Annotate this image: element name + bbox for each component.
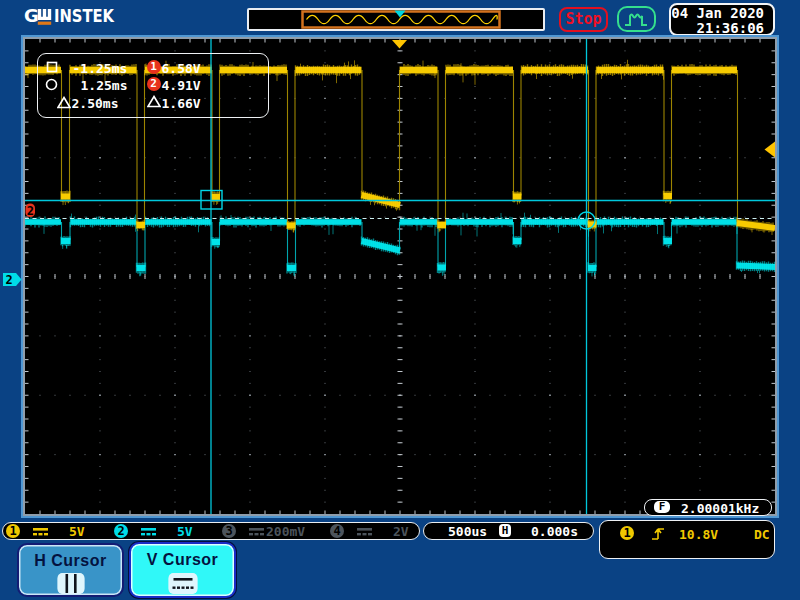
ch1-badge: 1 [147, 60, 161, 74]
v-cursor-button[interactable]: V Cursor [129, 542, 236, 598]
cursor1-square-icon [46, 61, 58, 73]
channel-status-bar: 15V25V3200mV42V [2, 522, 420, 540]
timebase-status: 500us H 0.000s [423, 522, 594, 540]
ch3-badge[interactable]: 3 [222, 524, 236, 538]
trigger-mode-button[interactable] [617, 6, 656, 32]
ch2-badge[interactable]: 2 [114, 524, 128, 538]
ch2-position-marker[interactable]: 2 [3, 272, 23, 287]
logo-instek: INSTEK [54, 7, 115, 26]
ch1-badge[interactable]: 1 [6, 524, 20, 538]
acquisition-memory-bar [247, 8, 545, 31]
horizontal-lines-icon [168, 573, 197, 594]
ch4-coupling-icon [356, 526, 373, 538]
cursor1-value: 6.58V [162, 61, 201, 75]
date-text: 04 Jan 2020 [671, 6, 764, 21]
delta-triangle-icon-2 [147, 95, 161, 108]
trigger-source-badge: 1 [620, 526, 634, 540]
delta-time: 2.50ms [72, 96, 119, 110]
ch3-scale: 200mV [266, 524, 305, 539]
pulse-waveform-icon [619, 8, 654, 30]
ch2-scale: 5V [177, 524, 193, 539]
h-cursor-label: H Cursor [19, 552, 122, 570]
logo-w-glyph [38, 9, 51, 25]
graticule-frame: 2 -1.25ms 1.25ms 2.50ms 1 2 6.58V 4.91V … [21, 35, 779, 518]
delta-triangle-icon [57, 96, 71, 109]
timebase-scale: 500us [448, 524, 487, 539]
delta-value: 1.66V [162, 96, 201, 110]
trigger-coupling: DC [754, 527, 770, 542]
datetime-display: 04 Jan 2020 21:36:06 [669, 3, 775, 36]
ch2-coupling-icon [140, 526, 157, 538]
vertical-bars-icon [57, 573, 84, 594]
ch2-badge: 2 [147, 77, 161, 91]
trigger-level: 10.8V [679, 527, 718, 542]
frequency-icon: F [654, 501, 670, 513]
ch2-edges [62, 222, 738, 267]
rising-edge-icon [650, 525, 668, 542]
graticule: 2 -1.25ms 1.25ms 2.50ms 1 2 6.58V 4.91V … [23, 37, 777, 516]
ch4-badge[interactable]: 4 [330, 524, 344, 538]
logo-accent-bar [38, 22, 51, 25]
cursor2-value: 4.91V [162, 78, 201, 92]
cursor-readout-box: -1.25ms 1.25ms 2.50ms 1 2 6.58V 4.91V 1.… [37, 53, 269, 118]
frequency-readout: F 2.00001kHz [644, 499, 772, 516]
memory-trigger-position-icon [395, 11, 406, 18]
time-text: 21:36:06 [671, 21, 764, 36]
cursor2-circle-icon [45, 78, 58, 91]
ch1-scale: 5V [69, 524, 85, 539]
ch4-scale: 2V [393, 524, 409, 539]
v-cursor-label: V Cursor [131, 551, 234, 569]
ch3-coupling-icon [248, 526, 265, 538]
trigger-level-marker[interactable] [765, 141, 776, 158]
ch2-position-label: 2 [5, 273, 12, 287]
cursor-ch2-badge-label: 2 [27, 204, 34, 218]
h-cursor-button[interactable]: H Cursor [17, 543, 124, 597]
timebase-position: 0.000s [531, 524, 578, 539]
memory-waveform-preview [307, 15, 498, 23]
logo-g: G [24, 7, 39, 26]
cursor2-time: 1.25ms [81, 78, 128, 92]
ch1-coupling-icon [32, 526, 49, 538]
gwinstek-logo: G INSTEK [24, 7, 119, 27]
horizontal-icon: H [499, 524, 511, 537]
cursor1-time: -1.25ms [73, 61, 128, 75]
trigger-status: 1 10.8V DC [599, 520, 775, 559]
trigger-position-marker[interactable] [392, 40, 407, 49]
frequency-value: 2.00001kHz [681, 501, 759, 516]
run-state-indicator[interactable]: Stop [559, 7, 608, 32]
